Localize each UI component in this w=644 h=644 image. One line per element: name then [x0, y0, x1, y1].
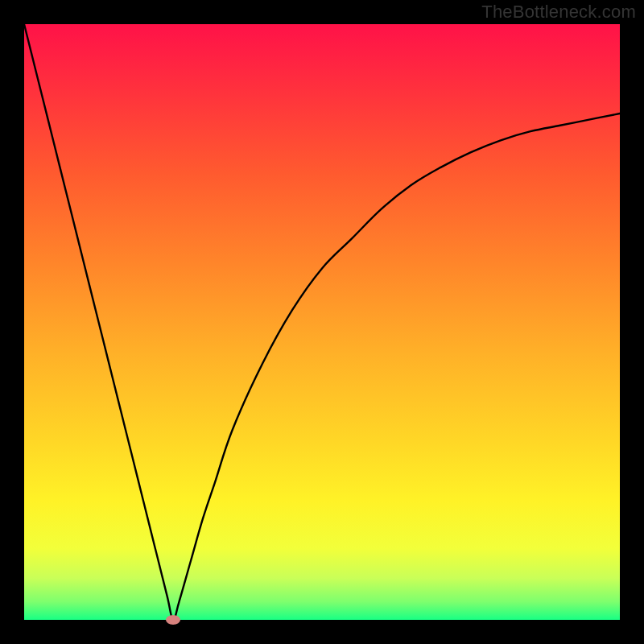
chart-frame: TheBottleneck.com	[0, 0, 644, 644]
optimum-marker	[166, 615, 180, 625]
watermark-text: TheBottleneck.com	[481, 2, 636, 23]
bottleneck-chart	[0, 0, 644, 644]
plot-background	[24, 24, 620, 620]
